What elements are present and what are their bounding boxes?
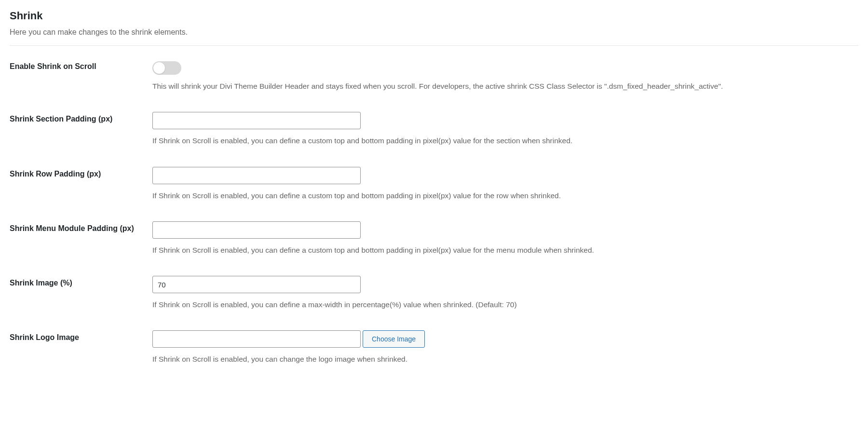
row-logo-image: Shrink Logo Image Choose Image If Shrink… xyxy=(10,330,858,365)
field-logo-image: Choose Image If Shrink on Scroll is enab… xyxy=(152,330,858,365)
label-enable-shrink: Enable Shrink on Scroll xyxy=(10,59,152,71)
label-section-padding: Shrink Section Padding (px) xyxy=(10,112,152,123)
help-logo-image: If Shrink on Scroll is enabled, you can … xyxy=(152,353,858,365)
input-logo-image[interactable] xyxy=(152,330,361,348)
input-section-padding[interactable] xyxy=(152,112,361,129)
row-row-padding: Shrink Row Padding (px) If Shrink on Scr… xyxy=(10,167,858,201)
field-menu-padding: If Shrink on Scroll is enabled, you can … xyxy=(152,221,858,256)
choose-image-button[interactable]: Choose Image xyxy=(363,330,425,348)
help-menu-padding: If Shrink on Scroll is enabled, you can … xyxy=(152,244,858,256)
input-image-percent[interactable] xyxy=(152,276,361,293)
row-image-percent: Shrink Image (%) If Shrink on Scroll is … xyxy=(10,276,858,310)
field-section-padding: If Shrink on Scroll is enabled, you can … xyxy=(152,112,858,146)
help-enable-shrink: This will shrink your Divi Theme Builder… xyxy=(152,81,858,92)
label-logo-image: Shrink Logo Image xyxy=(10,330,152,342)
input-row-padding[interactable] xyxy=(152,167,361,184)
toggle-enable-shrink[interactable] xyxy=(152,61,181,75)
row-enable-shrink: Enable Shrink on Scroll This will shrink… xyxy=(10,59,858,92)
label-image-percent: Shrink Image (%) xyxy=(10,276,152,287)
input-menu-padding[interactable] xyxy=(152,221,361,239)
section-title: Shrink xyxy=(10,10,858,22)
field-image-percent: If Shrink on Scroll is enabled, you can … xyxy=(152,276,858,310)
section-description: Here you can make changes to the shrink … xyxy=(10,28,858,37)
row-menu-padding: Shrink Menu Module Padding (px) If Shrin… xyxy=(10,221,858,256)
row-section-padding: Shrink Section Padding (px) If Shrink on… xyxy=(10,112,858,146)
section-divider xyxy=(10,45,858,46)
image-picker: Choose Image xyxy=(152,330,858,348)
label-menu-padding: Shrink Menu Module Padding (px) xyxy=(10,221,152,233)
label-row-padding: Shrink Row Padding (px) xyxy=(10,167,152,178)
help-section-padding: If Shrink on Scroll is enabled, you can … xyxy=(152,135,858,146)
help-row-padding: If Shrink on Scroll is enabled, you can … xyxy=(152,190,858,201)
help-image-percent: If Shrink on Scroll is enabled, you can … xyxy=(152,299,858,310)
field-enable-shrink: This will shrink your Divi Theme Builder… xyxy=(152,59,858,92)
field-row-padding: If Shrink on Scroll is enabled, you can … xyxy=(152,167,858,201)
toggle-thumb xyxy=(153,62,165,74)
